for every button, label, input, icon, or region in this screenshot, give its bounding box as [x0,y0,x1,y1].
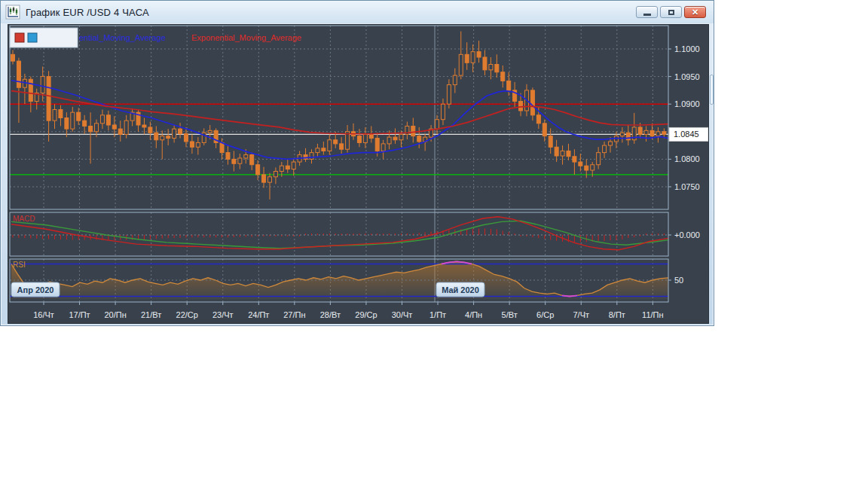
candle-body [173,129,176,138]
rsi-extreme-segment [570,295,577,296]
candle-body [447,85,451,105]
candle-body [244,155,248,158]
candle-body [530,90,534,115]
candle-body [154,133,158,140]
candle-body [477,52,481,57]
candle-body [561,151,564,156]
chart-client-area[interactable]: 1.10001.09501.09001.08001.07501.0845+0.0… [8,24,709,324]
rsi-extreme-segment [562,295,570,296]
date-axis-label: 17/Пт [69,310,90,319]
candle-body [453,75,457,84]
candle-body [459,54,463,75]
chart-canvas: 1.10001.09501.09001.08001.07501.0845+0.0… [8,25,708,323]
candle-body [620,133,624,136]
candle-body [626,133,630,140]
candle-body [41,77,44,93]
scrollbar-thumb[interactable] [710,75,714,105]
price-axis-label: 1.0750 [674,182,700,191]
candle-body [609,142,613,145]
candle-body [650,130,654,136]
candle-body [644,130,648,134]
restore-button[interactable] [660,6,682,18]
close-button[interactable]: ✕ [684,6,706,18]
candle-body [340,144,344,149]
macd-signal-line [11,221,668,248]
candle-body [280,166,283,171]
candle-body [507,81,511,90]
candle-body [167,136,170,139]
current-price-label: 1.0845 [674,130,699,139]
candle-body [100,115,104,124]
candle-body [71,112,75,129]
titlebar[interactable]: График EUR /USD 4 ЧАСА ✕ [1,1,714,23]
candle-body [267,177,271,182]
date-axis-label: 8/Пт [609,310,625,319]
candle-body [118,129,122,134]
date-axis-label: 20/Пн [104,310,126,319]
candle-body [250,155,254,165]
date-axis-label: 22/Ср [176,310,198,319]
candle-body [411,126,415,136]
date-axis-label: 24/Пт [248,310,269,319]
candle-body [160,136,164,140]
candle-body [573,157,576,162]
date-axis-label: 6/Ср [536,310,554,319]
candle-body [322,148,326,151]
candle-body [59,110,63,118]
candle-body [662,132,666,135]
candle-body [226,153,230,160]
candle-body [471,52,475,63]
date-axis-label: 27/Пн [283,310,305,319]
candle-body [238,158,242,163]
candle-body [292,162,295,169]
rsi-title-label: RSI [13,261,26,269]
may-2020-label-text: Май 2020 [442,285,479,294]
candle-body [441,104,445,119]
rsi-50-label: 50 [674,276,683,285]
candle-body [399,134,403,139]
price-axis-label: 1.1000 [674,44,700,53]
candle-body [77,112,81,120]
date-axis-label: 30/Чт [392,310,413,319]
candle-body [208,130,212,133]
candle-body [83,120,87,126]
restore-icon [668,10,674,15]
date-axis-label: 1/Пт [429,310,446,319]
candle-body [483,57,487,70]
candle-body [536,115,540,124]
candle-body [381,144,385,151]
price-axis-label: 1.0950 [674,72,700,81]
candle-body [579,162,582,166]
date-axis-label: 28/Вт [320,310,341,319]
candle-body [519,102,523,111]
candle-body [256,165,260,175]
candle-body [363,134,367,142]
candle-body [148,127,152,133]
candle-body [495,64,499,72]
candlestick-chart-icon [5,5,20,20]
candle-body [436,120,439,129]
date-axis-label: 5/Вт [502,310,518,319]
date-axis-label: 16/Чт [33,310,54,319]
minimize-button[interactable] [636,6,658,18]
candle-body [179,129,182,134]
candle-body [190,142,194,147]
candle-body [549,136,552,148]
candle-body [95,124,99,132]
candle-body [357,136,361,143]
candle-body [328,140,332,151]
date-axis-label: 11/Пн [642,310,663,319]
candle-body [567,151,570,156]
candle-body [387,137,391,144]
candle-body [316,148,319,153]
candle-body [106,115,110,125]
candle-body [465,54,469,63]
candle-body [29,79,32,101]
candle-body [417,136,421,142]
indicator-blue-swatch[interactable] [28,33,37,42]
candle-body [393,137,397,140]
candle-body [638,127,642,135]
indicator-red-swatch[interactable] [15,33,24,42]
date-axis-label: 21/Вт [141,310,161,319]
candle-body [220,142,224,152]
